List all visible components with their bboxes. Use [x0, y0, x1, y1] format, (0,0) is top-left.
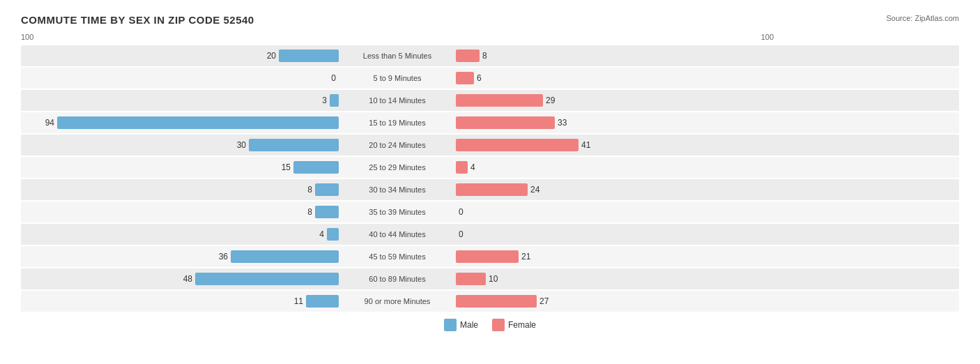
female-bar: [456, 94, 543, 107]
male-bar: [315, 183, 339, 196]
right-section: 41: [453, 139, 774, 151]
female-value: 27: [539, 296, 557, 306]
left-section: 8: [21, 206, 342, 218]
female-value: 4: [470, 162, 488, 172]
male-value: 36: [207, 252, 228, 261]
female-bar: [456, 250, 519, 263]
female-value: 41: [581, 140, 599, 150]
female-bar: [456, 161, 468, 174]
table-row: 48 60 to 89 Minutes 10: [21, 268, 959, 289]
row-label: Less than 5 Minutes: [342, 52, 453, 60]
male-bar: [315, 206, 339, 218]
right-section: 27: [453, 295, 774, 308]
male-value: 15: [270, 162, 291, 172]
table-row: 8 30 to 34 Minutes 24: [21, 179, 959, 200]
left-section: 48: [21, 273, 342, 285]
row-label: 25 to 29 Minutes: [342, 163, 453, 172]
female-value: 0: [459, 207, 476, 217]
table-row: 36 45 to 59 Minutes 21: [21, 246, 959, 267]
male-value: 48: [171, 274, 192, 284]
male-bar: [195, 273, 339, 285]
right-section: 8: [453, 50, 774, 62]
female-bar: [456, 72, 474, 84]
axis-left: 100: [21, 33, 342, 41]
table-row: 3 10 to 14 Minutes 29: [21, 90, 959, 111]
right-section: 4: [453, 161, 774, 174]
row-label: 30 to 34 Minutes: [342, 185, 453, 194]
row-label: 5 to 9 Minutes: [342, 74, 453, 82]
row-label: 60 to 89 Minutes: [342, 275, 453, 283]
table-row: 94 15 to 19 Minutes 33: [21, 112, 959, 133]
source-label: Source: ZipAtlas.com: [886, 14, 959, 23]
female-value: 21: [521, 252, 539, 261]
female-value: 8: [482, 51, 500, 61]
left-section: 94: [21, 116, 342, 129]
female-color-swatch: [492, 319, 505, 331]
legend-female-label: Female: [508, 320, 536, 330]
female-bar: [456, 295, 537, 308]
male-value: 94: [33, 118, 54, 128]
right-section: 0: [453, 228, 774, 241]
legend: Male Female: [21, 319, 959, 331]
row-label: 90 or more Minutes: [342, 297, 453, 305]
male-bar: [57, 116, 339, 129]
right-section: 0: [453, 206, 774, 218]
legend-male-label: Male: [460, 320, 478, 330]
left-section: 8: [21, 183, 342, 196]
row-label: 40 to 44 Minutes: [342, 230, 453, 238]
male-value: 8: [291, 185, 312, 195]
row-label: 10 to 14 Minutes: [342, 96, 453, 105]
right-section: 6: [453, 72, 774, 84]
table-row: 0 5 to 9 Minutes 6: [21, 68, 959, 89]
male-value: 11: [282, 296, 303, 306]
female-value: 33: [558, 118, 575, 128]
male-bar: [249, 139, 339, 151]
male-value: 3: [306, 96, 327, 105]
left-section: 30: [21, 139, 342, 151]
right-section: 29: [453, 94, 774, 107]
legend-male: Male: [444, 319, 478, 331]
left-section: 4: [21, 228, 342, 241]
axis-right: 100: [453, 33, 774, 41]
male-bar: [279, 50, 339, 62]
male-color-swatch: [444, 319, 457, 331]
male-value: 30: [225, 140, 246, 150]
row-label: 35 to 39 Minutes: [342, 208, 453, 216]
right-section: 10: [453, 273, 774, 285]
female-value: 6: [477, 73, 494, 83]
female-bar: [456, 116, 555, 129]
table-row: 15 25 to 29 Minutes 4: [21, 157, 959, 178]
right-section: 21: [453, 250, 774, 263]
row-label: 45 to 59 Minutes: [342, 252, 453, 261]
left-section: 15: [21, 161, 342, 174]
female-bar: [456, 139, 579, 151]
table-row: 30 20 to 24 Minutes 41: [21, 135, 959, 156]
table-row: 20 Less than 5 Minutes 8: [21, 45, 959, 66]
female-value: 29: [546, 96, 563, 105]
male-value: 0: [315, 73, 336, 83]
female-value: 10: [489, 274, 506, 284]
chart-container: 100 100 20 Less than 5 Minutes 8 0 5 to …: [21, 33, 959, 331]
male-bar: [293, 161, 339, 174]
left-section: 3: [21, 94, 342, 107]
left-section: 11: [21, 295, 342, 308]
left-section: 0: [21, 72, 342, 84]
female-bar: [456, 183, 528, 196]
female-bar: [456, 50, 480, 62]
left-section: 20: [21, 50, 342, 62]
left-section: 36: [21, 250, 342, 263]
table-row: 4 40 to 44 Minutes 0: [21, 224, 959, 245]
bars-container: 20 Less than 5 Minutes 8 0 5 to 9 Minute…: [21, 45, 959, 312]
male-bar: [327, 228, 339, 241]
table-row: 11 90 or more Minutes 27: [21, 291, 959, 312]
male-bar: [306, 295, 339, 308]
table-row: 8 35 to 39 Minutes 0: [21, 202, 959, 222]
male-bar: [231, 250, 339, 263]
male-value: 4: [303, 229, 324, 239]
female-value: 0: [459, 229, 476, 239]
female-value: 24: [530, 185, 548, 195]
male-value: 8: [291, 207, 312, 217]
chart-wrapper: COMMUTE TIME BY SEX IN ZIP CODE 52540 So…: [21, 14, 959, 331]
chart-title: COMMUTE TIME BY SEX IN ZIP CODE 52540: [21, 14, 254, 26]
right-section: 33: [453, 116, 774, 129]
